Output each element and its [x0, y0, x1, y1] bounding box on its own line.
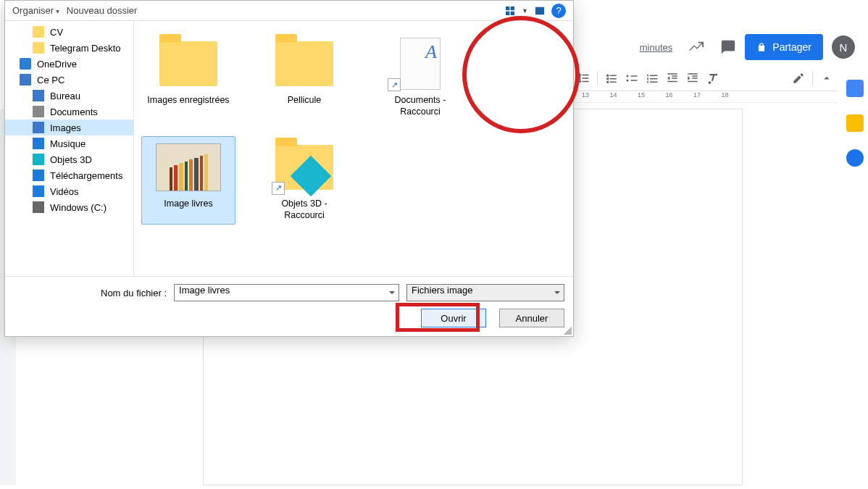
- sidebar-item[interactable]: Bureau: [5, 88, 133, 104]
- file-item[interactable]: Images enregistrées: [141, 33, 235, 122]
- calendar-app-icon[interactable]: [846, 80, 864, 97]
- dialog-bottom-bar: Nom du fichier : Image livres Fichiers i…: [5, 276, 573, 336]
- lock-icon: [756, 42, 767, 52]
- gdocs-format-toolbar: [572, 65, 838, 91]
- drive-icon: [33, 201, 44, 213]
- trend-icon[interactable]: [688, 39, 704, 55]
- sidebar-item-label: Vidéos: [50, 186, 79, 197]
- gdocs-action-icons: [688, 39, 736, 55]
- sidebar-item[interactable]: Ce PC: [5, 72, 133, 88]
- sidebar-item[interactable]: Vidéos: [5, 183, 133, 199]
- dialog-file-list[interactable]: Images enregistréesPellicule↗Documents -…: [134, 21, 573, 276]
- checklist-icon[interactable]: [605, 72, 618, 85]
- preview-pane-icon[interactable]: [533, 4, 547, 18]
- last-edit-text[interactable]: minutes: [640, 42, 673, 53]
- dl-icon: [33, 170, 44, 181]
- filename-input[interactable]: Image livres: [174, 284, 399, 301]
- gdocs-side-apps: [846, 80, 864, 167]
- resize-grip[interactable]: [563, 326, 572, 335]
- tasks-app-icon[interactable]: [846, 149, 864, 167]
- file-item-label: Documents - Raccourci: [377, 94, 464, 118]
- sidebar-item-label: OneDrive: [37, 59, 77, 70]
- sidebar-item[interactable]: Images: [5, 120, 133, 135]
- file-item[interactable]: Pellicule: [257, 33, 351, 122]
- sidebar-item-label: Documents: [50, 106, 98, 117]
- filename-label: Nom du fichier :: [101, 288, 167, 298]
- folder-y-icon: [33, 42, 44, 54]
- user-avatar[interactable]: N: [832, 35, 855, 59]
- help-icon[interactable]: ?: [551, 4, 566, 18]
- pc-icon: [20, 74, 31, 85]
- numbered-list-icon[interactable]: [646, 72, 659, 85]
- sidebar-item-label: Ce PC: [37, 75, 64, 85]
- sidebar-item[interactable]: Musique: [5, 135, 133, 151]
- toolbar-separator: [812, 71, 813, 85]
- sidebar-item-label: Telegram Deskto: [50, 43, 121, 54]
- sidebar-item[interactable]: OneDrive: [5, 56, 133, 72]
- mus-icon: [33, 138, 44, 149]
- file-item-label: Objets 3D - Raccourci: [261, 198, 348, 222]
- pen-icon[interactable]: [792, 72, 805, 85]
- share-button[interactable]: Partager: [745, 34, 823, 60]
- obj-icon: [33, 154, 44, 165]
- sidebar-item[interactable]: Documents: [5, 104, 133, 120]
- file-open-dialog: Organiser Nouveau dossier ▼ ? CVTelegram…: [4, 0, 574, 337]
- view-mode-icon[interactable]: [503, 4, 517, 18]
- file-item[interactable]: ↗Documents - Raccourci: [373, 33, 467, 122]
- sidebar-item-label: Objets 3D: [50, 154, 92, 165]
- keep-app-icon[interactable]: [846, 114, 864, 132]
- file-item[interactable]: ↗Objets 3D - Raccourci: [257, 136, 351, 225]
- sidebar-item[interactable]: Objets 3D: [5, 151, 133, 167]
- sidebar-item[interactable]: CV: [5, 24, 133, 40]
- filetype-select[interactable]: Fichiers image: [406, 284, 564, 301]
- sidebar-item-label: Téléchargements: [50, 170, 122, 181]
- new-folder-button[interactable]: Nouveau dossier: [67, 5, 138, 16]
- vid-icon: [33, 185, 44, 197]
- folder-y-icon: [33, 26, 44, 38]
- file-thumbnail: ↗: [388, 36, 453, 91]
- file-item[interactable]: Image livres: [141, 136, 235, 225]
- file-thumbnail: [272, 36, 337, 91]
- comment-icon[interactable]: [720, 39, 736, 55]
- clear-format-icon[interactable]: [706, 72, 719, 85]
- sidebar-item-label: Images: [50, 122, 81, 133]
- chevron-down-icon[interactable]: ▼: [522, 7, 528, 14]
- img-icon: [33, 122, 44, 133]
- sidebar-item-label: Musique: [50, 138, 85, 149]
- sidebar-item[interactable]: Telegram Deskto: [5, 40, 133, 56]
- line-spacing-icon[interactable]: [577, 72, 590, 85]
- sidebar-item-label: Windows (C:): [50, 202, 107, 213]
- bullet-list-icon[interactable]: [625, 72, 638, 85]
- sidebar-item-label: CV: [50, 27, 63, 38]
- indent-increase-icon[interactable]: [686, 72, 699, 85]
- chevron-up-icon[interactable]: [820, 72, 833, 85]
- file-thumbnail: [156, 140, 221, 195]
- indent-decrease-icon[interactable]: [666, 72, 679, 85]
- sidebar-item[interactable]: Téléchargements: [5, 167, 133, 183]
- cancel-button[interactable]: Annuler: [499, 309, 564, 327]
- organize-menu[interactable]: Organiser: [12, 5, 59, 16]
- sidebar-item-label: Bureau: [50, 91, 80, 101]
- onedrive-icon: [20, 58, 31, 70]
- file-item-label: Pellicule: [288, 94, 322, 106]
- toolbar-separator: [597, 71, 598, 85]
- file-item-label: Images enregistrées: [147, 94, 229, 106]
- sidebar-item[interactable]: Windows (C:): [5, 199, 133, 215]
- gdocs-ruler: 13 14 15 16 17 18: [572, 91, 838, 103]
- file-item-label: Image livres: [164, 198, 212, 209]
- dialog-sidebar-tree[interactable]: CVTelegram DesktoOneDriveCe PCBureauDocu…: [5, 21, 134, 276]
- doc-icon: [33, 106, 44, 117]
- file-thumbnail: ↗: [272, 140, 337, 195]
- open-button[interactable]: Ouvrir: [421, 309, 486, 327]
- dialog-toolbar: Organiser Nouveau dossier ▼ ?: [5, 1, 573, 21]
- share-button-label: Partager: [772, 41, 811, 53]
- desk-icon: [33, 90, 44, 101]
- file-thumbnail: [156, 36, 221, 91]
